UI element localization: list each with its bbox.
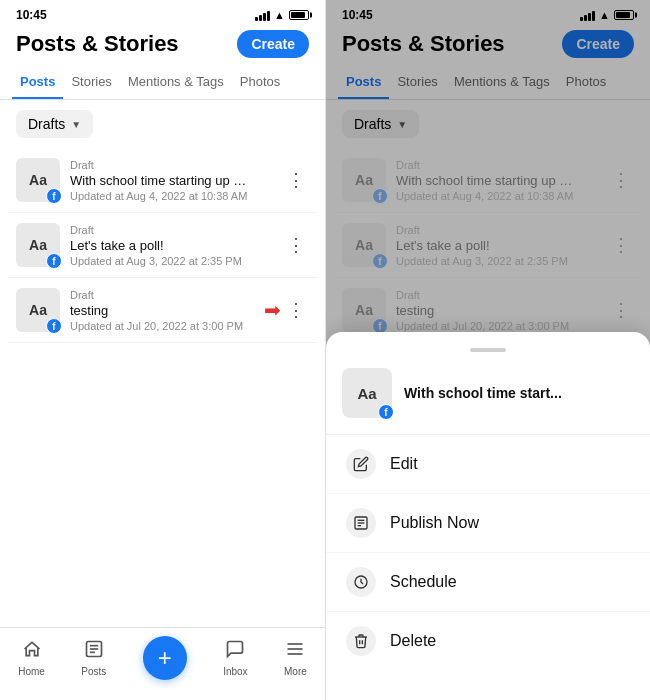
sheet-title: With school time start... [404,385,562,401]
sheet-thumb: Aa f [342,368,392,418]
draft-list-left: Aa f Draft With school time starting up … [0,148,325,627]
draft-text-1: With school time starting up again, let'… [70,173,250,188]
more-dots-2[interactable]: ⋮ [283,232,309,258]
more-icon [285,639,305,664]
draft-item-2[interactable]: Aa f Draft Let's take a poll! Updated at… [8,213,317,278]
draft-text-3: testing [70,303,250,318]
tab-photos-left[interactable]: Photos [232,66,288,99]
draft-thumb-3: Aa f [16,288,60,332]
sheet-header: Aa f With school time start... [326,368,650,435]
fb-badge-sheet: f [378,404,394,420]
draft-content-2: Draft Let's take a poll! Updated at Aug … [60,224,283,267]
status-bar-left: 10:45 ▲ [0,0,325,26]
edit-icon [346,449,376,479]
draft-content-3: Draft testing Updated at Jul 20, 2022 at… [60,289,283,332]
draft-label-1: Draft [70,159,273,171]
home-icon [22,639,42,664]
wifi-icon: ▲ [274,9,285,21]
nav-more-label: More [284,666,307,677]
draft-date-1: Updated at Aug 4, 2022 at 10:38 AM [70,190,273,202]
draft-thumb-1: Aa f [16,158,60,202]
drafts-bar-left: Drafts ▼ [0,100,325,148]
fb-badge-2: f [46,253,62,269]
signal-icon [255,9,270,21]
inbox-icon [225,639,245,664]
nav-inbox-label: Inbox [223,666,247,677]
edit-label: Edit [390,455,418,473]
chevron-down-icon: ▼ [71,119,81,130]
schedule-label: Schedule [390,573,457,591]
bottom-nav-left: Home Posts + Inbox More [0,627,325,700]
fb-badge-3: f [46,318,62,334]
create-button-left[interactable]: Create [237,30,309,58]
more-dots-1[interactable]: ⋮ [283,167,309,193]
publish-icon [346,508,376,538]
delete-icon [346,626,376,656]
draft-item-3[interactable]: Aa f Draft testing Updated at Jul 20, 20… [8,278,317,343]
tab-mentions-left[interactable]: Mentions & Tags [120,66,232,99]
nav-home-left[interactable]: Home [18,639,45,677]
bottom-sheet: Aa f With school time start... Edit Publ… [326,332,650,700]
tabs-left: Posts Stories Mentions & Tags Photos [0,66,325,100]
nav-home-label: Home [18,666,45,677]
header-left: Posts & Stories Create [0,26,325,66]
sheet-action-delete[interactable]: Delete [326,612,650,670]
right-panel: 10:45 ▲ Posts & Stories Create Posts Sto… [325,0,650,700]
drafts-dropdown-left[interactable]: Drafts ▼ [16,110,93,138]
draft-content-1: Draft With school time starting up again… [60,159,283,202]
sheet-action-schedule[interactable]: Schedule [326,553,650,612]
publish-label: Publish Now [390,514,479,532]
sheet-handle [470,348,506,352]
draft-text-2: Let's take a poll! [70,238,250,253]
draft-date-3: Updated at Jul 20, 2022 at 3:00 PM [70,320,273,332]
fb-badge-1: f [46,188,62,204]
posts-icon [84,639,104,664]
nav-inbox-left[interactable]: Inbox [223,639,247,677]
draft-label-2: Draft [70,224,273,236]
draft-item-1[interactable]: Aa f Draft With school time starting up … [8,148,317,213]
battery-icon [289,10,309,20]
tab-stories-left[interactable]: Stories [63,66,119,99]
more-dots-3[interactable]: ⋮ [283,297,309,323]
drafts-label-left: Drafts [28,116,65,132]
left-panel: 10:45 ▲ Posts & Stories Create Posts Sto… [0,0,325,700]
status-icons-left: ▲ [255,9,309,21]
time-left: 10:45 [16,8,47,22]
fab-button-left[interactable]: + [143,636,187,680]
draft-thumb-2: Aa f [16,223,60,267]
nav-more-left[interactable]: More [284,639,307,677]
schedule-icon [346,567,376,597]
delete-label: Delete [390,632,436,650]
nav-posts-left[interactable]: Posts [81,639,106,677]
page-title-left: Posts & Stories [16,31,179,57]
sheet-action-publish[interactable]: Publish Now [326,494,650,553]
sheet-action-edit[interactable]: Edit [326,435,650,494]
draft-date-2: Updated at Aug 3, 2022 at 2:35 PM [70,255,273,267]
tab-posts-left[interactable]: Posts [12,66,63,99]
red-arrow-annotation: ➡ [264,298,281,322]
draft-label-3: Draft [70,289,273,301]
nav-posts-label: Posts [81,666,106,677]
